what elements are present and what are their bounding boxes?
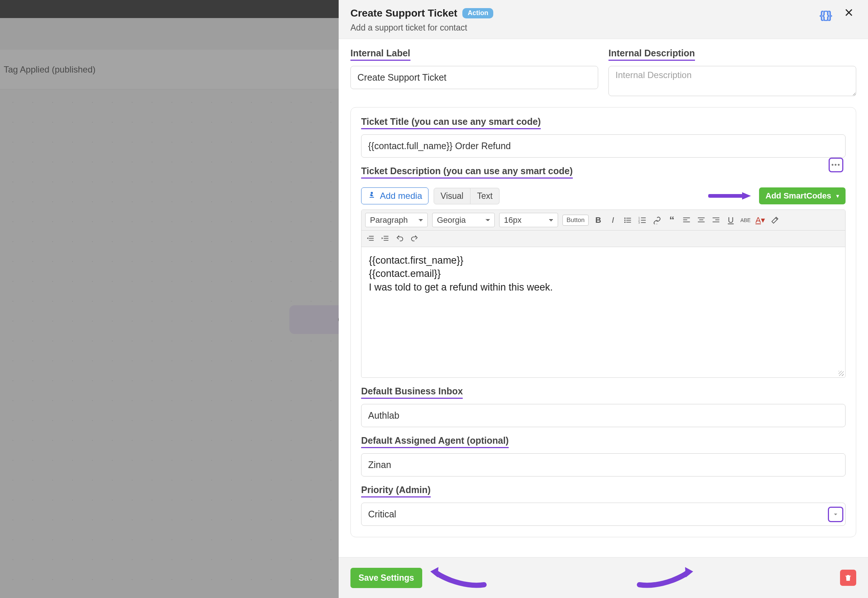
editor-textarea[interactable]: {{contact.first_name}} {{contact.email}}…	[361, 247, 845, 377]
font-select[interactable]: Georgia	[432, 213, 495, 227]
ticket-title-input[interactable]	[361, 135, 846, 158]
add-media-button[interactable]: Add media	[361, 187, 428, 204]
rich-text-editor: Paragraph Georgia 16px Button B I 123	[361, 209, 846, 378]
blockquote-icon[interactable]: “	[667, 215, 677, 225]
add-smartcodes-label: Add SmartCodes	[766, 191, 831, 201]
editor-line-1: {{contact.first_name}}	[369, 254, 838, 267]
annotation-arrow-save	[429, 566, 491, 590]
priority-chevron-down-icon[interactable]	[828, 507, 843, 522]
svg-point-5	[624, 221, 626, 223]
close-panel-button[interactable]	[841, 7, 856, 20]
svg-rect-19	[713, 217, 719, 218]
internal-label-input[interactable]	[350, 66, 598, 89]
internal-description-input[interactable]	[608, 66, 856, 96]
default-inbox-select[interactable]	[361, 404, 846, 427]
action-badge: Action	[462, 8, 493, 18]
svg-rect-6	[626, 222, 631, 223]
svg-rect-15	[683, 221, 690, 222]
internal-label-label: Internal Label	[350, 48, 410, 61]
panel-footer: Save Settings	[339, 557, 868, 598]
unordered-list-icon[interactable]	[622, 215, 633, 225]
text-color-icon[interactable]: A ▾	[755, 215, 765, 225]
svg-rect-25	[383, 236, 388, 237]
annotation-arrow-delete	[632, 566, 695, 590]
svg-rect-13	[683, 217, 690, 218]
indent-icon[interactable]	[380, 233, 390, 244]
media-icon	[367, 190, 376, 202]
svg-rect-23	[369, 238, 374, 239]
font-size-select[interactable]: 16px	[499, 213, 558, 227]
panel-title: Create Support Ticket	[350, 7, 457, 19]
default-inbox-label: Default Business Inbox	[361, 386, 463, 399]
link-icon[interactable]	[652, 215, 662, 225]
save-settings-button[interactable]: Save Settings	[350, 568, 422, 588]
ticket-form-card: Ticket Title (you can use any smart code…	[350, 107, 856, 537]
outdent-icon[interactable]	[365, 233, 376, 244]
add-media-text: Add media	[380, 191, 422, 201]
ticket-title-label: Ticket Title (you can use any smart code…	[361, 117, 541, 129]
bold-icon[interactable]: B	[593, 215, 603, 225]
add-smartcodes-button[interactable]: Add SmartCodes ▾	[759, 187, 846, 204]
ticket-description-label: Ticket Description (you can use any smar…	[361, 166, 573, 179]
ticket-title-more-button[interactable]: •••	[829, 158, 843, 172]
align-left-icon[interactable]	[682, 215, 692, 225]
svg-rect-26	[383, 238, 388, 239]
svg-rect-12	[641, 222, 646, 223]
clear-formatting-icon[interactable]	[770, 215, 780, 225]
tab-text[interactable]: Text	[470, 188, 500, 204]
svg-rect-17	[699, 220, 704, 220]
svg-rect-8	[641, 217, 646, 218]
svg-rect-21	[713, 221, 719, 222]
svg-point-1	[624, 217, 626, 219]
ordered-list-icon[interactable]: 123	[637, 215, 647, 225]
default-agent-select[interactable]	[361, 453, 846, 477]
svg-rect-22	[369, 236, 374, 237]
smartcode-braces-icon[interactable]: {{ }}	[819, 9, 831, 21]
editor-line-2: {{contact.email}}	[369, 267, 838, 280]
priority-label: Priority (Admin)	[361, 484, 431, 498]
panel-header: Create Support Ticket Action Add a suppo…	[339, 0, 868, 39]
editor-line-3: I was told to get a refund within this w…	[369, 281, 838, 294]
panel-subtitle: Add a support ticket for contact	[350, 23, 819, 33]
svg-rect-2	[626, 218, 631, 218]
priority-select[interactable]	[361, 502, 846, 526]
svg-text:3: 3	[638, 221, 640, 224]
insert-button-button[interactable]: Button	[562, 215, 589, 226]
svg-rect-20	[715, 220, 719, 220]
svg-rect-14	[683, 220, 687, 220]
chevron-down-icon: ▾	[836, 193, 839, 199]
svg-point-3	[624, 220, 626, 221]
panel-body: Internal Label Internal Description Tick…	[339, 39, 868, 557]
settings-panel: Create Support Ticket Action Add a suppo…	[339, 0, 868, 598]
tab-visual[interactable]: Visual	[434, 188, 470, 204]
undo-icon[interactable]	[395, 233, 405, 244]
default-agent-label: Default Assigned Agent (optional)	[361, 435, 509, 448]
svg-rect-27	[383, 240, 388, 241]
editor-mode-tabs: Visual Text	[434, 188, 500, 204]
paragraph-select[interactable]: Paragraph	[365, 213, 428, 227]
svg-point-0	[371, 192, 373, 194]
underline-icon[interactable]: U	[726, 215, 736, 225]
svg-rect-4	[626, 220, 631, 221]
annotation-arrow-smartcodes	[708, 191, 752, 200]
align-right-icon[interactable]	[711, 215, 721, 225]
editor-toolbar: Paragraph Georgia 16px Button B I 123	[361, 210, 845, 230]
svg-rect-18	[698, 221, 705, 222]
trash-icon	[844, 574, 852, 582]
svg-rect-10	[641, 220, 646, 221]
svg-rect-16	[698, 217, 705, 218]
editor-toolbar-row-2	[361, 230, 845, 247]
svg-rect-24	[369, 240, 374, 241]
internal-description-label: Internal Description	[608, 48, 695, 61]
redo-icon[interactable]	[409, 233, 420, 244]
strikethrough-icon[interactable]: ABE	[740, 215, 750, 225]
italic-icon[interactable]: I	[608, 215, 618, 225]
editor-resize-handle[interactable]	[838, 371, 844, 376]
delete-action-button[interactable]	[840, 570, 856, 586]
align-center-icon[interactable]	[696, 215, 706, 225]
